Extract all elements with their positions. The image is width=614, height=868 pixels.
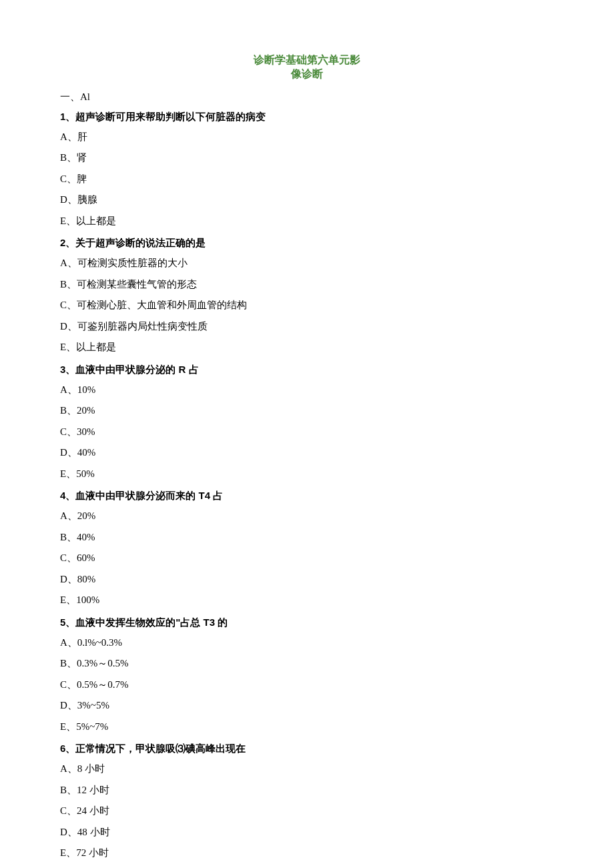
question-stem: 5、血液中发挥生物效应的"占总 T3 的 bbox=[60, 614, 554, 630]
question-stem: 3、血液中由甲状腺分泌的 R 占 bbox=[60, 362, 554, 378]
question-option: E、5%~7% bbox=[60, 719, 554, 736]
question-option: A、8 小时 bbox=[60, 761, 554, 778]
question-option: D、48 小时 bbox=[60, 824, 554, 841]
title-line-1: 诊断学基础第六单元影 bbox=[254, 54, 360, 65]
question-option: E、50% bbox=[60, 466, 554, 483]
document-title: 诊断学基础第六单元影 像诊断 bbox=[60, 53, 554, 81]
question-option: B、肾 bbox=[60, 149, 554, 167]
question-option: A、20% bbox=[60, 508, 554, 525]
question-option: A、肝 bbox=[60, 129, 554, 146]
question-option: D、3%~5% bbox=[60, 697, 554, 715]
question-option: A、0.l%~0.3% bbox=[60, 634, 554, 652]
section-label: 一、Al bbox=[60, 91, 554, 103]
question-option: E、以上都是 bbox=[60, 339, 554, 356]
question-option: B、0.3%～0.5% bbox=[60, 655, 554, 673]
question-option: D、胰腺 bbox=[60, 191, 554, 209]
question-stem: 1、超声诊断可用来帮助判断以下何脏器的病变 bbox=[60, 109, 554, 125]
question-option: D、可鉴别脏器内局灶性病变性质 bbox=[60, 318, 554, 336]
question-option: B、20% bbox=[60, 402, 554, 420]
question-option: C、30% bbox=[60, 424, 554, 441]
question-option: E、以上都是 bbox=[60, 213, 554, 230]
question-option: B、40% bbox=[60, 529, 554, 546]
question-stem: 4、血液中由甲状腺分泌而来的 T4 占 bbox=[60, 488, 554, 504]
question-option: C、0.5%～0.7% bbox=[60, 677, 554, 694]
document-page: 诊断学基础第六单元影 像诊断 一、Al 1、超声诊断可用来帮助判断以下何脏器的病… bbox=[0, 0, 614, 868]
question-option: B、可检测某些囊性气管的形态 bbox=[60, 276, 554, 294]
title-line-2: 像诊断 bbox=[291, 68, 323, 79]
question-stem: 2、关于超声诊断的说法正确的是 bbox=[60, 235, 554, 251]
question-option: E、100% bbox=[60, 592, 554, 609]
question-option: C、60% bbox=[60, 550, 554, 567]
question-stem: 6、正常情况下，甲状腺吸⑶碘高峰出现在 bbox=[60, 741, 554, 757]
question-option: A、可检测实质性脏器的大小 bbox=[60, 255, 554, 272]
question-option: C、脾 bbox=[60, 171, 554, 188]
question-option: D、40% bbox=[60, 444, 554, 462]
question-option: C、24 小时 bbox=[60, 803, 554, 820]
question-option: A、10% bbox=[60, 382, 554, 399]
question-option: B、12 小时 bbox=[60, 782, 554, 799]
question-option: E、72 小时 bbox=[60, 845, 554, 862]
question-option: D、80% bbox=[60, 571, 554, 588]
question-option: C、可检测心脏、大血管和外周血管的结构 bbox=[60, 297, 554, 314]
